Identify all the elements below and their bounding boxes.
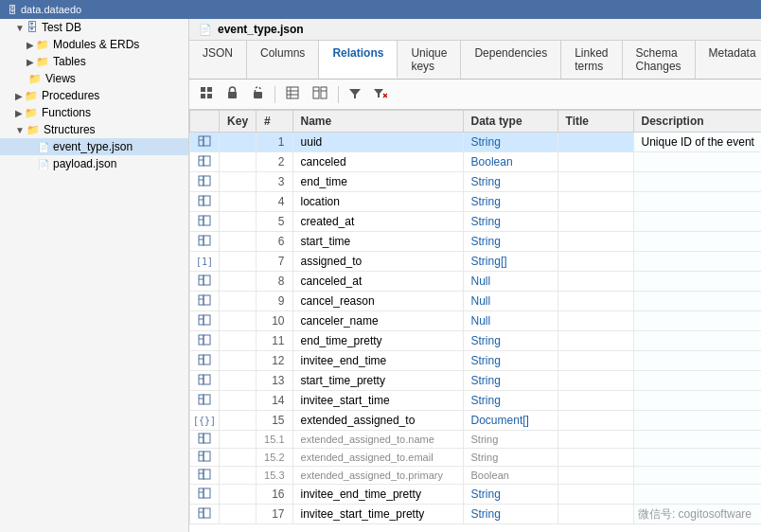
row-desc-cell[interactable]	[633, 252, 761, 272]
row-title-cell[interactable]	[557, 252, 633, 272]
toolbar-btn-filter[interactable]	[345, 84, 365, 105]
table-row[interactable]: 11 end_time_pretty String	[190, 331, 762, 351]
table-row[interactable]: 6 start_time String	[190, 232, 762, 252]
row-title-cell[interactable]	[557, 449, 633, 467]
row-name-cell[interactable]: invitee_end_time_pretty	[292, 485, 463, 505]
table-row[interactable]: 3 end_time String	[190, 172, 762, 192]
row-name-cell[interactable]: canceled_at	[292, 272, 463, 292]
row-desc-cell[interactable]	[633, 311, 761, 331]
tab-uniquekeys[interactable]: Unique keys	[398, 41, 461, 79]
toolbar-btn-unlock[interactable]	[247, 83, 269, 105]
row-desc-cell[interactable]	[633, 192, 761, 212]
row-name-cell[interactable]: end_time	[292, 172, 463, 192]
toolbar-btn-filter-clear[interactable]	[369, 84, 392, 105]
row-desc-cell[interactable]	[633, 331, 761, 351]
row-title-cell[interactable]	[557, 485, 633, 505]
table-row[interactable]: 12 invitee_end_time String	[190, 351, 762, 371]
row-name-cell[interactable]: created_at	[292, 212, 463, 232]
table-row[interactable]: 2 canceled Boolean	[190, 152, 762, 172]
row-name-cell[interactable]: end_time_pretty	[292, 331, 463, 351]
row-desc-cell[interactable]	[633, 212, 761, 232]
row-desc-cell[interactable]	[633, 172, 761, 192]
row-title-cell[interactable]	[557, 505, 633, 524]
table-row[interactable]: 15.3 extended_assigned_to.primary Boolea…	[190, 467, 762, 485]
row-title-cell[interactable]	[557, 232, 633, 252]
table-row[interactable]: 16 invitee_end_time_pretty String	[190, 485, 762, 505]
toolbar-btn-columns[interactable]	[308, 83, 332, 105]
row-name-cell[interactable]: invitee_start_time	[292, 391, 463, 411]
table-row[interactable]: 17 invitee_start_time_pretty String	[190, 505, 762, 524]
row-name-cell[interactable]: cancel_reason	[292, 292, 463, 311]
row-title-cell[interactable]	[557, 272, 633, 292]
sidebar-item-tables[interactable]: ▶ 📁 Tables	[0, 53, 188, 70]
sidebar-item-functions[interactable]: ▶ 📁 Functions	[0, 104, 188, 121]
tab-dependencies[interactable]: Dependencies	[461, 41, 561, 79]
row-desc-cell[interactable]: Unique ID of the event	[633, 133, 761, 152]
row-desc-cell[interactable]	[633, 505, 761, 524]
row-title-cell[interactable]	[557, 152, 633, 172]
row-desc-cell[interactable]	[633, 467, 761, 485]
row-name-cell[interactable]: extended_assigned_to.name	[292, 431, 463, 449]
row-title-cell[interactable]	[557, 467, 633, 485]
toolbar-btn-lock[interactable]	[221, 83, 243, 105]
row-title-cell[interactable]	[557, 371, 633, 391]
row-desc-cell[interactable]	[633, 272, 761, 292]
row-title-cell[interactable]	[557, 351, 633, 371]
row-name-cell[interactable]: canceled	[292, 152, 463, 172]
row-name-cell[interactable]: start_time	[292, 232, 463, 252]
row-desc-cell[interactable]	[633, 391, 761, 411]
sidebar-item-modules[interactable]: ▶ 📁 Modules & ERDs	[0, 36, 188, 53]
row-title-cell[interactable]	[557, 391, 633, 411]
table-row[interactable]: 8 canceled_at Null	[190, 272, 762, 292]
tab-schemachanges[interactable]: Schema Changes	[623, 41, 696, 79]
row-name-cell[interactable]: canceler_name	[292, 311, 463, 331]
toolbar-btn-grid[interactable]	[195, 83, 218, 105]
row-name-cell[interactable]: extended_assigned_to.primary	[292, 467, 463, 485]
tab-metadata[interactable]: Metadata	[696, 41, 761, 79]
table-row[interactable]: 5 created_at String	[190, 212, 762, 232]
table-row[interactable]: [{}] 15 extended_assigned_to Document[]	[190, 411, 762, 431]
row-desc-cell[interactable]	[633, 411, 761, 431]
row-desc-cell[interactable]	[633, 292, 761, 311]
tab-json[interactable]: JSON	[189, 41, 247, 79]
row-desc-cell[interactable]	[633, 449, 761, 467]
table-row[interactable]: 15.2 extended_assigned_to.email String	[190, 449, 762, 467]
row-name-cell[interactable]: invitee_start_time_pretty	[292, 505, 463, 524]
sidebar-item-event-type[interactable]: 📄 event_type.json	[0, 138, 188, 155]
row-name-cell[interactable]: extended_assigned_to	[292, 411, 463, 431]
row-title-cell[interactable]	[557, 411, 633, 431]
row-desc-cell[interactable]	[633, 431, 761, 449]
toolbar-btn-table[interactable]	[281, 83, 304, 105]
row-desc-cell[interactable]	[633, 351, 761, 371]
table-row[interactable]: 1 uuid String Unique ID of the event	[190, 133, 762, 152]
row-name-cell[interactable]: location	[292, 192, 463, 212]
row-title-cell[interactable]	[557, 292, 633, 311]
table-row[interactable]: 15.1 extended_assigned_to.name String	[190, 431, 762, 449]
tab-linkedterms[interactable]: Linked terms	[561, 41, 622, 79]
sidebar-item-testdb[interactable]: ▼ 🗄 Test DB	[0, 19, 188, 36]
row-name-cell[interactable]: invitee_end_time	[292, 351, 463, 371]
sidebar-item-procedures[interactable]: ▶ 📁 Procedures	[0, 87, 188, 104]
row-title-cell[interactable]	[557, 172, 633, 192]
row-desc-cell[interactable]	[633, 371, 761, 391]
sidebar-item-structures[interactable]: ▼ 📁 Structures	[0, 121, 188, 138]
table-row[interactable]: [1] 7 assigned_to String[]	[190, 252, 762, 272]
sidebar-item-views[interactable]: 📁 Views	[0, 70, 188, 87]
row-desc-cell[interactable]	[633, 152, 761, 172]
tab-columns[interactable]: Columns	[247, 41, 319, 79]
table-row[interactable]: 13 start_time_pretty String	[190, 371, 762, 391]
row-name-cell[interactable]: uuid	[292, 133, 463, 152]
row-name-cell[interactable]: assigned_to	[292, 252, 463, 272]
row-title-cell[interactable]	[557, 133, 633, 152]
row-name-cell[interactable]: extended_assigned_to.email	[292, 449, 463, 467]
row-title-cell[interactable]	[557, 331, 633, 351]
table-row[interactable]: 10 canceler_name Null	[190, 311, 762, 331]
row-title-cell[interactable]	[557, 311, 633, 331]
table-row[interactable]: 9 cancel_reason Null	[190, 292, 762, 311]
row-desc-cell[interactable]	[633, 232, 761, 252]
row-title-cell[interactable]	[557, 192, 633, 212]
table-row[interactable]: 14 invitee_start_time String	[190, 391, 762, 411]
row-title-cell[interactable]	[557, 431, 633, 449]
sidebar-item-payload[interactable]: 📄 payload.json	[0, 155, 188, 172]
row-title-cell[interactable]	[557, 212, 633, 232]
